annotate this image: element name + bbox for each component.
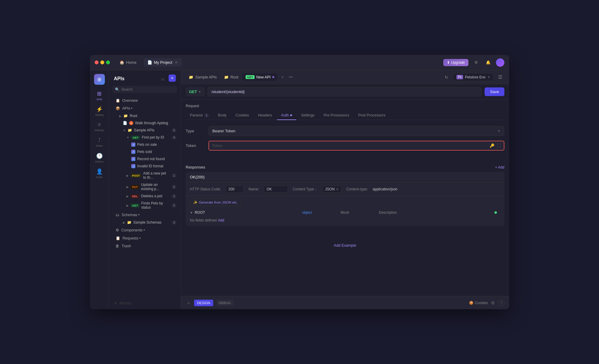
bottom-bar: « DESIGN DEBUG 🍪 Cookies ⊕ ? [181, 296, 509, 309]
tree-pets-on-sale[interactable]: ↗ Pets on sale [111, 141, 179, 148]
method-label: GET [189, 90, 197, 94]
design-mode-btn[interactable]: DESIGN [194, 300, 213, 306]
http-status-input[interactable] [226, 186, 244, 193]
tree-invalid-id[interactable]: ↗ Invalid ID format [111, 163, 179, 170]
settings-icon-btn[interactable]: ⚙ [472, 58, 480, 67]
nav-apis[interactable]: 📦 APIs • [111, 104, 179, 112]
home-tab[interactable]: 🏠 Home [116, 58, 140, 66]
add-filter-btn[interactable]: ⊕ [491, 300, 495, 306]
maximize-button[interactable] [106, 60, 110, 64]
schema-add-icon[interactable] [491, 211, 500, 214]
auth-token-row: Token 🔑 ⛶ [186, 141, 504, 151]
token-expand-icon[interactable]: ⛶ [497, 143, 501, 148]
tab-params[interactable]: Params 1 [186, 111, 213, 120]
content-type-select[interactable]: JSON ▼ [322, 186, 341, 193]
cookies-btn[interactable]: 🍪 Cookies [469, 301, 488, 305]
history-icon: 🕐 [96, 153, 103, 159]
sidebar-item-settings[interactable]: ≡ Settings [92, 119, 107, 134]
sidebar-add-btn[interactable]: + [169, 75, 176, 82]
help-btn[interactable]: ? [498, 300, 504, 306]
headers-label: Headers [258, 113, 272, 117]
tab-new-api[interactable]: GET New API [243, 74, 277, 81]
notification-icon-btn[interactable]: 🔔 [484, 58, 492, 67]
responses-header: Responses + Add [186, 161, 504, 172]
tab-headers[interactable]: Headers [254, 111, 276, 120]
tab-settings[interactable]: Settings [297, 111, 319, 120]
hamburger-menu-btn[interactable]: ☰ [496, 73, 504, 81]
generate-btn[interactable]: ✨ Generate from JSON etc. [190, 198, 241, 206]
upgrade-button[interactable]: ⬆ Upgrade [443, 59, 468, 66]
tab-add-button[interactable]: + [279, 73, 286, 81]
invalid-id-label: Invalid ID format [137, 164, 163, 168]
tree-get-find-pet[interactable]: ▼ GET Find pet by ID 4 [111, 134, 179, 141]
settings-tab-label: Settings [301, 113, 314, 117]
tree-pets-sold[interactable]: ↗ Pets sold [111, 148, 179, 155]
sidebar-item-testing[interactable]: ⚡ Testing [92, 104, 107, 118]
minimize-button[interactable] [100, 60, 104, 64]
add-fields-link[interactable]: Add [218, 218, 224, 222]
tree-walk-through[interactable]: 📄 ● Walk through Apidog [111, 119, 179, 127]
token-input[interactable] [212, 143, 487, 148]
debug-mode-btn[interactable]: DEBUG [216, 300, 234, 306]
tree-sample-apis[interactable]: ▼ 📁 Sample APIs 5 [111, 127, 179, 134]
bottom-right: 🍪 Cookies ⊕ ? [469, 300, 504, 306]
tree-post-add-pet[interactable]: ▶ POST Add a new pet to th... 1 [111, 170, 179, 181]
tree-sample-schemas[interactable]: ▶ 📁 Sample Schemas 3 [111, 219, 179, 226]
tab-pre-processors[interactable]: Pre Processors [319, 111, 353, 120]
sidebar-item-history[interactable]: 🕐 History [92, 151, 107, 165]
tab-auth[interactable]: Auth [277, 111, 297, 120]
add-response-button[interactable]: + Add [495, 165, 504, 169]
save-button[interactable]: Save [485, 87, 504, 96]
close-button[interactable] [95, 60, 99, 64]
tab-bar: 📁 Sample APIs 📁 Root GET New API + ••• ↻ [181, 70, 509, 84]
nav-schemas[interactable]: 🗂 Schemas • [111, 211, 179, 219]
tree-root[interactable]: ▶ 📁 Root [111, 112, 179, 119]
sidebar-item-invite[interactable]: 👤 Invite [92, 166, 107, 181]
tree-put-update[interactable]: ▶ PUT Update an existing p... 2 [111, 181, 179, 192]
pets-sold-label: Pets sold [137, 150, 152, 154]
tab-post-processors[interactable]: Post Processors [354, 111, 390, 120]
sidebar-item-share[interactable]: ⤴ Share [92, 135, 107, 149]
app-window: 🏠 Home 📄 My Project ✕ ⬆ Upgrade ⚙ 🔔 ⊞ ⊞ … [90, 55, 509, 309]
desc-label: Description [379, 210, 489, 215]
name-input[interactable] [264, 186, 288, 193]
tree-record-not-found[interactable]: ↗ Record not found [111, 155, 179, 163]
tab-sample-apis[interactable]: 📁 Sample APIs [186, 73, 220, 81]
tab-body[interactable]: Body [214, 111, 231, 120]
url-input[interactable] [208, 87, 482, 96]
tab-more-button[interactable]: ••• [288, 74, 294, 81]
auth-type-select[interactable]: Bearer Token ▼ [208, 126, 504, 136]
response-accordion-header[interactable]: OK(200) [186, 172, 504, 182]
no-fields-row: No fields defined Add [186, 216, 504, 226]
add-example-button[interactable]: Add Example [334, 243, 356, 248]
add-response-label: + Add [495, 165, 504, 169]
apis-label: APIs [96, 98, 102, 101]
collapse-sidebar-btn[interactable]: « [186, 299, 192, 307]
tab-root[interactable]: 📁 Root [221, 73, 241, 81]
project-tab-close[interactable]: ✕ [174, 60, 178, 65]
sub-icon-4: ↗ [131, 164, 135, 168]
sidebar-filter-btn[interactable]: ⚏ [158, 75, 167, 83]
env-selector[interactable]: Pe Petstore Env ▼ [453, 73, 494, 81]
schema-collapse-icon[interactable]: ▼ [190, 211, 193, 214]
request-tabs: Params 1 Body Cookies Headers Auth [186, 111, 504, 120]
nav-requests[interactable]: 📋 Requests • [111, 234, 179, 242]
cookie-icon: 🍪 [469, 301, 474, 305]
refresh-icon-btn[interactable]: ↻ [442, 73, 451, 81]
tree-get-finds-pets[interactable]: ▶ GET Finds Pets by status 2 [111, 200, 179, 211]
sidebar-item-apis[interactable]: ⊞ APIs [92, 88, 107, 103]
nav-components[interactable]: ⚙ Components • [111, 226, 179, 234]
tab-cookies[interactable]: Cookies [231, 111, 253, 120]
user-avatar[interactable] [496, 58, 504, 67]
share-label: Share [96, 144, 103, 147]
finds-chevron: ▶ [126, 204, 129, 207]
token-key-icon[interactable]: 🔑 [490, 143, 494, 148]
responses-section: Responses + Add OK(200) HTTP Status Code… [181, 161, 509, 296]
testing-label: Testing [95, 113, 104, 116]
search-input[interactable] [121, 87, 175, 92]
nav-trash[interactable]: 🗑 Trash [111, 242, 179, 250]
tree-del-pet[interactable]: ▶ DEL Deletes a pet 1 [111, 192, 179, 200]
project-tab[interactable]: 📄 My Project ✕ [144, 58, 182, 66]
method-selector[interactable]: GET ▼ [186, 87, 205, 96]
nav-overview[interactable]: 📋 Overview [111, 97, 179, 104]
